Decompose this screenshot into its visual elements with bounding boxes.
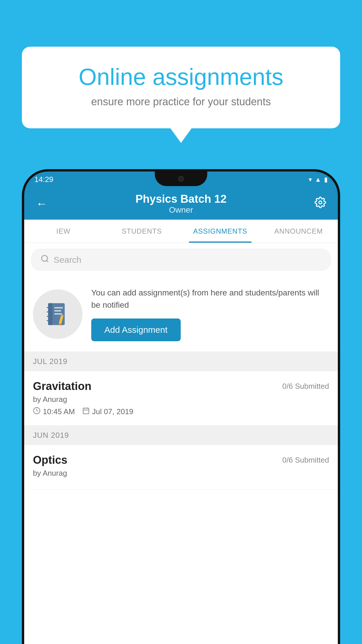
promo-info-section: You can add assignment(s) from here and … [24, 276, 338, 352]
date-meta: Jul 07, 2019 [82, 407, 133, 416]
settings-button[interactable] [314, 197, 326, 211]
wifi-icon: ▾ [309, 176, 312, 183]
month-header-jul: JUL 2019 [24, 352, 338, 371]
phone-frame: 14:29 ▾ ▲ ▮ ← Physics Batch 12 Owner [22, 169, 340, 644]
assignment-time: 10:45 AM [43, 407, 75, 416]
assignment-top: Gravitation 0/6 Submitted [33, 380, 329, 393]
search-placeholder: Search [54, 255, 81, 265]
svg-point-0 [319, 201, 322, 204]
assignment-top-optics: Optics 0/6 Submitted [33, 454, 329, 466]
content-area: Search [24, 243, 338, 644]
calendar-icon [82, 407, 90, 416]
add-assignment-button[interactable]: Add Assignment [91, 318, 181, 341]
assignment-meta: 10:45 AM Jul 07, 2019 [33, 407, 329, 416]
battery-icon: ▮ [324, 176, 328, 183]
optics-submitted: 0/6 Submitted [282, 456, 329, 465]
promo-card: Online assignments ensure more practice … [22, 47, 340, 128]
svg-point-1 [42, 256, 48, 261]
app-bar-subtitle: Owner [136, 205, 227, 215]
tab-assignments[interactable]: ASSIGNMENTS [181, 220, 259, 243]
promo-subtitle: ensure more practice for your students [42, 96, 320, 108]
assignment-item-gravitation[interactable]: Gravitation 0/6 Submitted by Anurag 10:4… [24, 371, 338, 426]
promo-description: You can add assignment(s) from here and … [91, 287, 329, 311]
svg-rect-4 [48, 303, 52, 325]
tabs-bar: IEW STUDENTS ASSIGNMENTS ANNOUNCEM [24, 220, 338, 243]
tab-iew[interactable]: IEW [24, 220, 103, 243]
svg-rect-7 [54, 313, 62, 315]
phone-inner: 14:29 ▾ ▲ ▮ ← Physics Batch 12 Owner [24, 172, 338, 644]
back-button[interactable]: ← [36, 197, 48, 210]
status-time: 14:29 [34, 175, 53, 184]
assignment-item-optics[interactable]: Optics 0/6 Submitted by Anurag [24, 445, 338, 490]
promo-text-area: You can add assignment(s) from here and … [91, 287, 329, 341]
front-camera [178, 176, 184, 182]
svg-line-2 [47, 260, 48, 262]
clock-icon [33, 407, 41, 416]
gear-icon [314, 197, 326, 208]
status-icons: ▾ ▲ ▮ [309, 176, 328, 183]
search-container: Search [24, 243, 338, 276]
phone-notch [155, 172, 207, 186]
assignment-date: Jul 07, 2019 [92, 407, 133, 416]
assignment-by: by Anurag [33, 395, 329, 404]
notebook-icon-circle [33, 289, 82, 339]
optics-name: Optics [33, 454, 67, 466]
app-bar-title: Physics Batch 12 [136, 193, 227, 205]
month-header-jun: JUN 2019 [24, 426, 338, 445]
time-meta: 10:45 AM [33, 407, 75, 416]
search-icon [41, 254, 49, 265]
assignment-name: Gravitation [33, 380, 92, 393]
svg-rect-6 [54, 310, 61, 312]
app-bar-title-block: Physics Batch 12 Owner [136, 193, 227, 215]
search-bar[interactable]: Search [31, 249, 331, 271]
svg-rect-16 [83, 408, 89, 414]
svg-rect-5 [54, 307, 63, 309]
app-bar: ← Physics Batch 12 Owner [24, 188, 338, 220]
tab-announcements[interactable]: ANNOUNCEM [259, 220, 338, 243]
signal-icon: ▲ [315, 176, 321, 183]
optics-by: by Anurag [33, 469, 329, 478]
assignment-submitted: 0/6 Submitted [282, 382, 329, 391]
promo-title: Online assignments [42, 64, 320, 90]
tab-students[interactable]: STUDENTS [103, 220, 181, 243]
notebook-icon [45, 301, 71, 327]
